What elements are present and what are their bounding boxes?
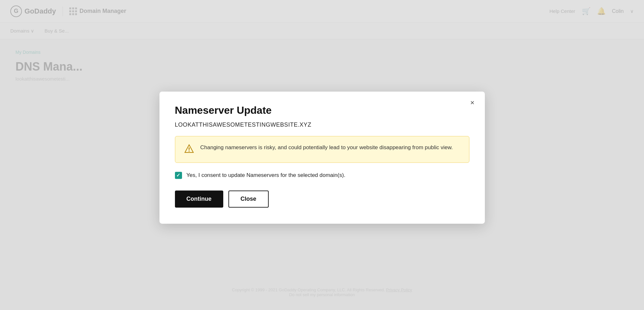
modal-title: Nameserver Update (175, 104, 469, 116)
consent-label: Yes, I consent to update Nameservers for… (187, 172, 346, 179)
consent-checkbox[interactable]: ✓ (175, 172, 182, 179)
warning-text: Changing nameservers is risky, and could… (200, 143, 453, 152)
modal-domain: LOOKATTHISAWESOMETESTINGWEBSITE.XYZ (175, 121, 469, 128)
modal-actions: Continue Close (175, 190, 469, 208)
modal: × Nameserver Update LOOKATTHISAWESOMETES… (159, 92, 485, 224)
continue-button[interactable]: Continue (175, 190, 223, 208)
warning-icon (184, 144, 194, 155)
modal-close-x-button[interactable]: × (468, 98, 477, 108)
svg-rect-0 (188, 147, 189, 150)
svg-point-1 (188, 150, 190, 152)
checkmark-icon: ✓ (176, 172, 180, 178)
warning-box: Changing nameservers is risky, and could… (175, 136, 469, 163)
consent-row: ✓ Yes, I consent to update Nameservers f… (175, 172, 469, 179)
close-button[interactable]: Close (228, 190, 269, 208)
